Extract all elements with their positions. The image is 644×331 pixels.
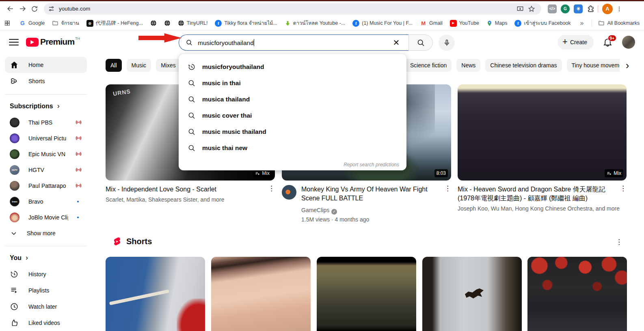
guide-menu-button[interactable] <box>9 37 19 47</box>
all-bookmarks-button[interactable]: All Bookmarks <box>598 20 640 26</box>
plus-icon: + <box>562 37 568 47</box>
suggestion-item[interactable]: music in thai <box>179 75 406 91</box>
chip-science-fiction[interactable]: Science fiction <box>405 59 452 72</box>
video-card-1[interactable]: Mix - Independent Love Song - Scarlet Sc… <box>106 185 275 204</box>
clear-search-button[interactable]: ✕ <box>390 36 403 49</box>
globe-icon <box>178 20 184 26</box>
video-title[interactable]: Monkey King Vs Army Of Heaven War FightS… <box>301 185 439 203</box>
bookmark-globe-2[interactable] <box>164 20 171 26</box>
chip-tiny-house[interactable]: Tiny house movement <box>567 59 620 72</box>
bookmark-globe-1[interactable] <box>150 20 157 26</box>
subscriptions-header[interactable]: Subscriptions › <box>5 99 87 114</box>
sidebar-item-playlists[interactable]: Playlists <box>5 282 87 299</box>
apps-grid-button[interactable] <box>4 17 11 29</box>
url-bar[interactable]: youtube.com <box>44 3 541 15</box>
url-text: youtube.com <box>59 6 514 12</box>
notifications-button[interactable]: 9+ <box>603 37 613 47</box>
youtube-premium-logo[interactable]: Premium TH <box>26 37 80 47</box>
suggestion-item[interactable]: musica thailand <box>179 91 406 107</box>
install-app-button[interactable] <box>514 3 526 15</box>
bookmark-google[interactable]: G Google <box>19 20 45 27</box>
short-thumbnail-3[interactable] <box>317 257 416 331</box>
sidebar-item-home[interactable]: Home <box>5 57 87 73</box>
video-subtitle[interactable]: Scarlet, Martika, Shakespears Sister, an… <box>106 196 268 204</box>
grammarly-extension-icon[interactable]: G <box>561 4 570 13</box>
bookmark-music-for-you[interactable]: f (1) Music For You | F... <box>352 20 413 27</box>
sidebar-channel-thai-pbs[interactable]: Thai PBS <box>5 114 87 130</box>
video-menu-button[interactable]: ⋮ <box>268 185 275 204</box>
reload-button[interactable] <box>28 3 41 15</box>
bookmark-youtube[interactable]: YouTube <box>450 20 479 27</box>
sidebar-item-liked-videos[interactable]: Liked videos <box>5 315 87 331</box>
live-icon <box>75 182 82 189</box>
bookmark-gmail[interactable]: M Gmail <box>420 20 443 27</box>
video-title[interactable]: Mix - Independent Love Song - Scarlet <box>106 185 268 194</box>
sidebar-item-shorts[interactable]: Shorts <box>5 73 87 89</box>
video-menu-button[interactable]: ⋮ <box>620 185 627 213</box>
suggestion-item[interactable]: music music thailand <box>179 124 406 140</box>
shorts-logo-icon <box>112 236 122 247</box>
chip-all[interactable]: All <box>106 59 122 72</box>
search-input[interactable]: musicforyouthailand ✕ <box>179 34 408 51</box>
video-subtitle[interactable]: Joseph Koo, Wu Man, Hong Kong Chinese Or… <box>458 204 620 213</box>
sidebar-channel-joblo[interactable]: JoBlo Movie Clips <box>5 209 87 225</box>
bookmark-tikky-flora[interactable]: f Tikky flora จำหน่ายไม้... <box>215 19 277 27</box>
sidebar-channel-paul-pattarapon[interactable]: Paul Pattarapon ... <box>5 178 87 193</box>
report-search-predictions-link[interactable]: Report search predictions <box>344 162 399 168</box>
video-title[interactable]: Mix - Heaven Sword and Dragon Sabre 倚天屠龍… <box>458 185 620 203</box>
bookmark-tinyurl[interactable]: TinyURL! <box>178 20 208 26</box>
back-button[interactable] <box>4 3 16 15</box>
video-card-2[interactable]: Monkey King Vs Army Of Heaven War FightS… <box>282 185 451 224</box>
you-header[interactable]: You › <box>5 251 87 266</box>
bookmark-download-youtube[interactable]: ดาวน์โหลด Youtube -... <box>285 19 345 27</box>
video-menu-button[interactable]: ⋮ <box>444 185 451 224</box>
short-thumbnail-4[interactable] <box>422 257 522 331</box>
chips-scroll-right-button[interactable]: › <box>621 59 633 71</box>
bookmark-maps[interactable]: Maps <box>486 20 508 26</box>
code-extension-icon[interactable]: </> <box>548 4 557 13</box>
suggestion-item[interactable]: music thai new <box>179 140 406 156</box>
browser-profile-avatar[interactable]: A <box>602 4 613 14</box>
kebab-menu-icon <box>616 6 622 12</box>
bookmark-star-button[interactable] <box>526 3 537 15</box>
create-button[interactable]: + Create <box>558 35 594 49</box>
account-avatar[interactable] <box>622 36 635 49</box>
bookmark-folder-jakrayan[interactable]: จักรยาน <box>52 19 79 27</box>
sidebar-channel-epic-music-vn[interactable]: Epic Music VN <box>5 146 87 162</box>
chip-news[interactable]: News <box>456 59 480 72</box>
youtube-favicon <box>450 20 457 27</box>
search-button[interactable] <box>408 34 433 51</box>
hefeng-favicon: ◎ <box>86 20 93 27</box>
snowflake-extension-icon[interactable] <box>574 4 583 13</box>
short-thumbnail-2[interactable] <box>211 257 311 331</box>
video-thumbnail[interactable]: Mix <box>458 84 627 181</box>
sidebar-item-history[interactable]: History <box>5 266 87 282</box>
voice-search-button[interactable] <box>439 34 455 51</box>
chip-mixes[interactable]: Mixes <box>156 59 181 72</box>
bookmarks-overflow-button[interactable]: » <box>580 19 584 27</box>
short-thumbnail-1[interactable] <box>106 257 205 331</box>
show-more-button[interactable]: Show more <box>5 225 87 241</box>
sidebar-channel-universal[interactable]: Universal Picture... <box>5 130 87 146</box>
sidebar-channel-hgtv[interactable]: HGTV HGTV <box>5 162 87 178</box>
search-query-text: musicforyouthailand <box>198 39 390 47</box>
chip-chinese-tv-dramas[interactable]: Chinese television dramas <box>485 59 562 72</box>
channel-name[interactable]: GameClips✓ <box>301 206 439 215</box>
sidebar-channel-bravo[interactable]: bravo Bravo <box>5 193 87 209</box>
suggestion-item[interactable]: music cover thai <box>179 107 406 124</box>
shorts-section-menu-button[interactable]: ⋮ <box>616 239 622 245</box>
short-thumbnail-5[interactable] <box>527 257 627 331</box>
chip-music[interactable]: Music <box>127 59 151 72</box>
bookmark-hefeng[interactable]: ◎ 代理品牌 - HeFeng... <box>86 20 143 27</box>
channel-avatar[interactable] <box>282 185 296 200</box>
video-card-3[interactable]: Mix - Heaven Sword and Dragon Sabre 倚天屠龍… <box>458 185 627 213</box>
folder-icon <box>52 20 58 26</box>
shorts-section-title: Shorts <box>126 237 152 246</box>
extensions-button[interactable] <box>585 3 596 15</box>
live-icon <box>75 119 82 126</box>
bookmark-facebook-login[interactable]: f เข้าสู่ระบบ Facebook <box>514 19 571 27</box>
sidebar-item-watch-later[interactable]: Watch later <box>5 299 87 315</box>
forward-button[interactable] <box>16 3 28 15</box>
suggestion-item[interactable]: musicforyouthailand <box>179 59 406 75</box>
browser-menu-button[interactable] <box>615 3 623 15</box>
